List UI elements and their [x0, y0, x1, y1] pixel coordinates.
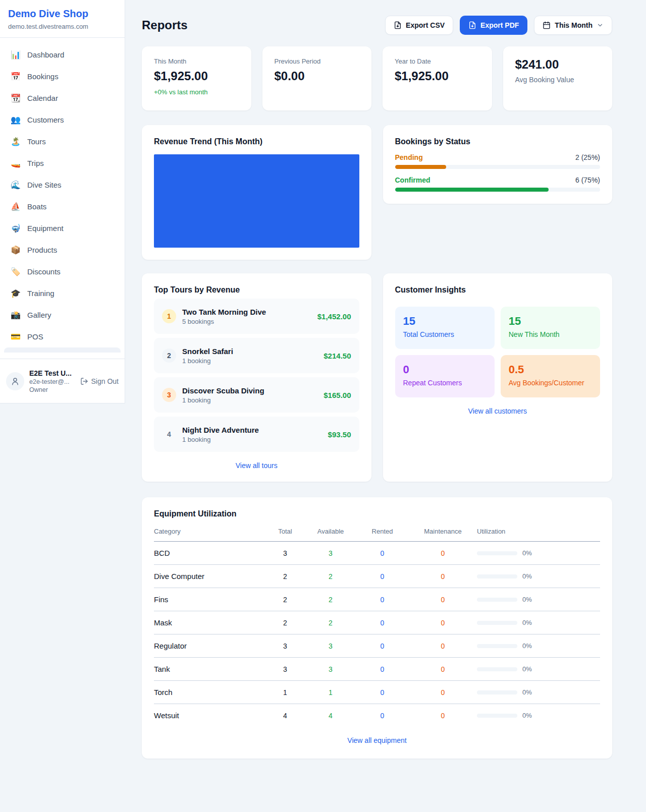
cell-available: 1 [305, 681, 356, 704]
sidebar-item-label: Dashboard [27, 50, 64, 59]
cell-category: Tank [154, 658, 265, 681]
tour-revenue: $214.50 [324, 352, 351, 360]
sidebar-item-label: Tours [27, 137, 46, 146]
tile-value: 0.5 [509, 363, 592, 376]
top-tours-card: Top Tours by Revenue 1 Two Tank Morning … [142, 273, 371, 482]
tile-repeat-customers: 0 Repeat Customers [395, 355, 495, 397]
sidebar-item-label: Calendar [27, 94, 58, 102]
tour-name: Two Tank Morning Dive [182, 308, 311, 316]
stat-card-this-month: This Month $1,925.00 +0% vs last month [142, 46, 251, 110]
cell-maintenance: 0 [409, 611, 477, 634]
table-row: Mask 2 2 0 0 0% [154, 611, 600, 634]
cell-rented: 0 [356, 704, 409, 727]
utilization-bar [477, 551, 517, 555]
sidebar-item-label: Equipment [27, 224, 64, 233]
view-all-customers-link[interactable]: View all customers [395, 407, 601, 415]
stat-value: $1,925.00 [395, 69, 480, 83]
utilization-percent: 0% [522, 665, 532, 673]
view-all-tours-link[interactable]: View all tours [154, 461, 359, 470]
tile-value: 15 [403, 315, 487, 328]
header-actions: Export CSV Export PDF This Month [385, 16, 612, 35]
tour-revenue: $93.50 [328, 430, 351, 439]
sidebar-item-dive-sites[interactable]: 🌊 Dive Sites [4, 174, 121, 196]
cell-maintenance: 0 [409, 681, 477, 704]
sidebar-item-boats[interactable]: ⛵ Boats [4, 196, 121, 217]
sidebar-item-label: Dive Sites [27, 181, 62, 189]
tours-icon: 🏝️ [10, 137, 21, 146]
tour-revenue: $165.00 [324, 391, 351, 399]
export-pdf-button[interactable]: Export PDF [460, 16, 527, 35]
sidebar-item-gallery[interactable]: 📸 Gallery [4, 304, 121, 326]
tour-revenue: $1,452.00 [317, 312, 351, 321]
period-select-value: This Month [555, 21, 593, 29]
sidebar-item-dashboard[interactable]: 📊 Dashboard [4, 44, 121, 66]
sidebar-item-training[interactable]: 🎓 Training [4, 282, 121, 304]
utilization-bar [477, 621, 517, 625]
col-category: Category [154, 528, 265, 542]
cell-total: 3 [265, 634, 305, 658]
cell-maintenance: 0 [409, 704, 477, 727]
rank-badge: 3 [162, 388, 176, 402]
sidebar-item-label: Gallery [27, 311, 51, 319]
sidebar-item-label: Trips [27, 159, 44, 167]
tour-row: 4 Night Dive Adventure 1 booking $93.50 [154, 417, 359, 452]
sidebar-item-discounts[interactable]: 🏷️ Discounts [4, 261, 121, 282]
user-role: Owner [29, 386, 75, 393]
cell-category: Regulator [154, 634, 265, 658]
cell-maintenance: 0 [409, 565, 477, 588]
tile-label: Avg Bookings/Customer [509, 379, 592, 387]
tour-row: 2 Snorkel Safari 1 booking $214.50 [154, 338, 359, 373]
stat-value: $1,925.00 [154, 69, 239, 83]
tour-name: Discover Scuba Diving [182, 386, 317, 395]
sidebar-item-label: Discounts [27, 267, 61, 276]
utilization-bar [477, 644, 517, 648]
cell-available: 2 [305, 588, 356, 611]
col-available: Available [305, 528, 356, 542]
equipment-icon: 🤿 [10, 223, 21, 233]
calendar-icon: 📆 [10, 93, 21, 103]
insight-tiles: 15 Total Customers 15 New This Month 0 R… [395, 307, 601, 397]
cell-maintenance: 0 [409, 588, 477, 611]
utilization-percent: 0% [522, 642, 532, 650]
chevron-down-icon [597, 22, 604, 29]
sidebar-item-calendar[interactable]: 📆 Calendar [4, 87, 121, 109]
sidebar-item-customers[interactable]: 👥 Customers [4, 109, 121, 131]
customer-insights-title: Customer Insights [395, 285, 601, 295]
stat-label: This Month [154, 57, 239, 65]
export-csv-label: Export CSV [406, 21, 445, 29]
cell-available: 4 [305, 704, 356, 727]
charts-row: Revenue Trend (This Month) Bookings by S… [142, 125, 612, 260]
sidebar-item-trips[interactable]: 🚤 Trips [4, 152, 121, 174]
cell-utilization: 0% [477, 588, 600, 611]
status-bar-track [395, 165, 601, 169]
sidebar-item-label: Boats [27, 202, 46, 211]
user-name: E2E Test U... [29, 369, 75, 377]
sidebar-item-products[interactable]: 📦 Products [4, 239, 121, 261]
dashboard-icon: 📊 [10, 50, 21, 60]
sidebar-item-label: Bookings [27, 72, 59, 81]
cell-rented: 0 [356, 542, 409, 565]
sidebar-item-bookings[interactable]: 📅 Bookings [4, 66, 121, 87]
cell-rented: 0 [356, 634, 409, 658]
sidebar: Demo Dive Shop demo.test.divestreams.com… [0, 0, 125, 403]
sidebar-item-equipment[interactable]: 🤿 Equipment [4, 217, 121, 239]
cell-utilization: 0% [477, 681, 600, 704]
stat-cards: This Month $1,925.00 +0% vs last month P… [142, 46, 612, 110]
tile-value: 15 [509, 315, 592, 328]
cell-maintenance: 0 [409, 542, 477, 565]
utilization-percent: 0% [522, 688, 532, 696]
utilization-bar [477, 714, 517, 718]
sidebar-item-tours[interactable]: 🏝️ Tours [4, 131, 121, 152]
user-section: E2E Test U... e2e-tester@... Owner Sign … [0, 359, 125, 403]
view-all-equipment-link[interactable]: View all equipment [154, 736, 600, 744]
cell-total: 2 [265, 565, 305, 588]
utilization-percent: 0% [522, 596, 532, 603]
period-select[interactable]: This Month [534, 16, 612, 35]
sidebar-item-pos[interactable]: 💳 POS [4, 326, 121, 347]
sign-out-button[interactable]: Sign Out [80, 377, 119, 385]
shop-domain: demo.test.divestreams.com [8, 23, 117, 30]
tile-new-this-month: 15 New This Month [501, 307, 600, 349]
insights-row: Top Tours by Revenue 1 Two Tank Morning … [142, 273, 612, 482]
export-csv-button[interactable]: Export CSV [385, 16, 453, 35]
col-utilization: Utilization [477, 528, 600, 542]
